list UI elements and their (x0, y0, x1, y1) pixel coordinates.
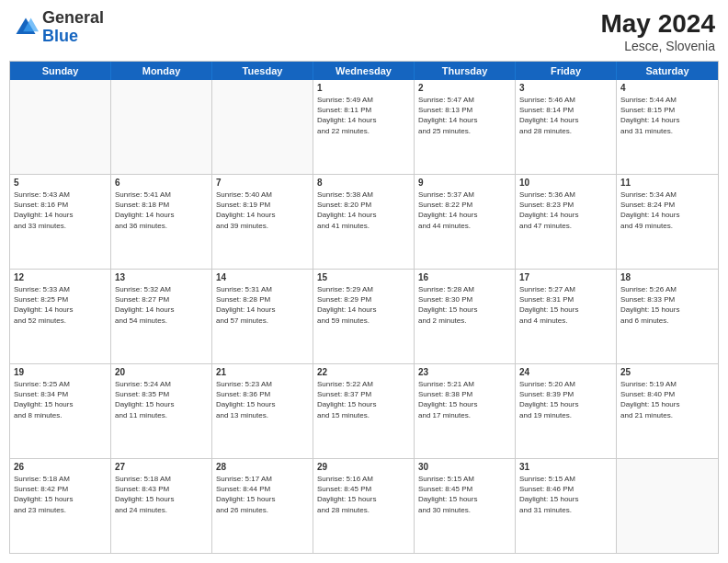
day-info: Sunrise: 5:36 AM Sunset: 8:23 PM Dayligh… (519, 190, 612, 231)
day-number: 12 (14, 272, 107, 282)
day-number: 16 (418, 272, 511, 282)
day-cell-20: 20Sunrise: 5:24 AM Sunset: 8:35 PM Dayli… (111, 364, 212, 458)
day-cell-26: 26Sunrise: 5:18 AM Sunset: 8:42 PM Dayli… (10, 459, 111, 553)
day-number: 17 (519, 272, 612, 282)
day-cell-17: 17Sunrise: 5:27 AM Sunset: 8:31 PM Dayli… (516, 270, 617, 363)
day-number: 20 (115, 367, 208, 377)
day-cell-28: 28Sunrise: 5:17 AM Sunset: 8:44 PM Dayli… (212, 459, 313, 553)
week-row-4: 19Sunrise: 5:25 AM Sunset: 8:34 PM Dayli… (10, 364, 718, 459)
day-info: Sunrise: 5:26 AM Sunset: 8:33 PM Dayligh… (620, 284, 714, 326)
week-row-2: 5Sunrise: 5:43 AM Sunset: 8:16 PM Daylig… (10, 175, 718, 270)
day-cell-24: 24Sunrise: 5:20 AM Sunset: 8:39 PM Dayli… (516, 364, 617, 458)
day-info: Sunrise: 5:19 AM Sunset: 8:40 PM Dayligh… (620, 379, 714, 420)
day-number: 31 (519, 462, 612, 472)
day-cell-14: 14Sunrise: 5:31 AM Sunset: 8:28 PM Dayli… (212, 270, 313, 363)
day-number: 19 (14, 367, 107, 377)
day-cell-23: 23Sunrise: 5:21 AM Sunset: 8:38 PM Dayli… (415, 364, 516, 458)
day-cell-16: 16Sunrise: 5:28 AM Sunset: 8:30 PM Dayli… (415, 270, 516, 363)
day-info: Sunrise: 5:18 AM Sunset: 8:43 PM Dayligh… (115, 474, 208, 515)
day-number: 8 (317, 178, 410, 188)
day-info: Sunrise: 5:24 AM Sunset: 8:35 PM Dayligh… (115, 379, 208, 420)
day-cell-2: 2Sunrise: 5:47 AM Sunset: 8:13 PM Daylig… (415, 80, 516, 174)
day-cell-27: 27Sunrise: 5:18 AM Sunset: 8:43 PM Dayli… (111, 459, 212, 553)
empty-cell (10, 80, 111, 174)
title-block: May 2024 Lesce, Slovenia (600, 9, 715, 53)
day-number: 2 (418, 83, 511, 93)
week-row-5: 26Sunrise: 5:18 AM Sunset: 8:42 PM Dayli… (10, 459, 718, 553)
day-number: 24 (519, 367, 612, 377)
day-number: 15 (317, 272, 410, 282)
day-info: Sunrise: 5:29 AM Sunset: 8:29 PM Dayligh… (317, 284, 410, 326)
day-info: Sunrise: 5:15 AM Sunset: 8:46 PM Dayligh… (519, 474, 612, 515)
logo-icon (13, 15, 39, 40)
day-cell-3: 3Sunrise: 5:46 AM Sunset: 8:14 PM Daylig… (516, 80, 617, 174)
day-number: 22 (317, 367, 410, 377)
day-info: Sunrise: 5:40 AM Sunset: 8:19 PM Dayligh… (216, 190, 309, 231)
day-number: 6 (115, 178, 208, 188)
day-info: Sunrise: 5:43 AM Sunset: 8:16 PM Dayligh… (14, 190, 107, 231)
day-number: 21 (216, 367, 309, 377)
day-number: 4 (620, 83, 714, 93)
header-day-saturday: Saturday (617, 62, 718, 80)
day-info: Sunrise: 5:47 AM Sunset: 8:13 PM Dayligh… (418, 95, 511, 136)
day-cell-19: 19Sunrise: 5:25 AM Sunset: 8:34 PM Dayli… (10, 364, 111, 458)
calendar: SundayMondayTuesdayWednesdayThursdayFrid… (9, 61, 719, 554)
header-day-friday: Friday (516, 62, 617, 80)
logo-blue: Blue (42, 27, 78, 45)
day-number: 9 (418, 178, 511, 188)
day-info: Sunrise: 5:21 AM Sunset: 8:38 PM Dayligh… (418, 379, 511, 420)
header-day-wednesday: Wednesday (313, 62, 415, 80)
day-cell-5: 5Sunrise: 5:43 AM Sunset: 8:16 PM Daylig… (10, 175, 111, 269)
day-info: Sunrise: 5:27 AM Sunset: 8:31 PM Dayligh… (519, 284, 612, 326)
day-info: Sunrise: 5:22 AM Sunset: 8:37 PM Dayligh… (317, 379, 410, 420)
day-number: 3 (519, 83, 612, 93)
day-cell-18: 18Sunrise: 5:26 AM Sunset: 8:33 PM Dayli… (617, 270, 718, 363)
day-info: Sunrise: 5:38 AM Sunset: 8:20 PM Dayligh… (317, 190, 410, 231)
day-info: Sunrise: 5:17 AM Sunset: 8:44 PM Dayligh… (216, 474, 309, 515)
page: General Blue May 2024 Lesce, Slovenia Su… (0, 0, 728, 563)
day-cell-12: 12Sunrise: 5:33 AM Sunset: 8:25 PM Dayli… (10, 270, 111, 363)
month-year: May 2024 (600, 9, 715, 39)
week-row-3: 12Sunrise: 5:33 AM Sunset: 8:25 PM Dayli… (10, 270, 718, 364)
day-cell-29: 29Sunrise: 5:16 AM Sunset: 8:45 PM Dayli… (313, 459, 415, 553)
day-cell-15: 15Sunrise: 5:29 AM Sunset: 8:29 PM Dayli… (313, 270, 415, 363)
empty-cell (111, 80, 212, 174)
day-cell-30: 30Sunrise: 5:15 AM Sunset: 8:45 PM Dayli… (415, 459, 516, 553)
header: General Blue May 2024 Lesce, Slovenia (9, 9, 719, 53)
day-cell-7: 7Sunrise: 5:40 AM Sunset: 8:19 PM Daylig… (212, 175, 313, 269)
day-cell-21: 21Sunrise: 5:23 AM Sunset: 8:36 PM Dayli… (212, 364, 313, 458)
logo: General Blue (13, 9, 104, 46)
day-number: 13 (115, 272, 208, 282)
day-number: 10 (519, 178, 612, 188)
header-day-tuesday: Tuesday (212, 62, 313, 80)
calendar-header-row: SundayMondayTuesdayWednesdayThursdayFrid… (10, 62, 718, 80)
day-number: 23 (418, 367, 511, 377)
day-info: Sunrise: 5:34 AM Sunset: 8:24 PM Dayligh… (620, 190, 714, 231)
day-info: Sunrise: 5:18 AM Sunset: 8:42 PM Dayligh… (14, 474, 107, 515)
week-row-1: 1Sunrise: 5:49 AM Sunset: 8:11 PM Daylig… (10, 80, 718, 175)
day-number: 5 (14, 178, 107, 188)
day-cell-25: 25Sunrise: 5:19 AM Sunset: 8:40 PM Dayli… (617, 364, 718, 458)
day-number: 18 (620, 272, 714, 282)
day-cell-4: 4Sunrise: 5:44 AM Sunset: 8:15 PM Daylig… (617, 80, 718, 174)
empty-cell (617, 459, 718, 553)
empty-cell (212, 80, 313, 174)
day-info: Sunrise: 5:46 AM Sunset: 8:14 PM Dayligh… (519, 95, 612, 136)
day-cell-31: 31Sunrise: 5:15 AM Sunset: 8:46 PM Dayli… (516, 459, 617, 553)
day-number: 14 (216, 272, 309, 282)
day-cell-10: 10Sunrise: 5:36 AM Sunset: 8:23 PM Dayli… (516, 175, 617, 269)
day-cell-9: 9Sunrise: 5:37 AM Sunset: 8:22 PM Daylig… (415, 175, 516, 269)
location: Lesce, Slovenia (600, 39, 715, 53)
header-day-monday: Monday (111, 62, 212, 80)
day-cell-22: 22Sunrise: 5:22 AM Sunset: 8:37 PM Dayli… (313, 364, 415, 458)
day-info: Sunrise: 5:32 AM Sunset: 8:27 PM Dayligh… (115, 284, 208, 326)
day-number: 11 (620, 178, 714, 188)
day-number: 1 (317, 83, 410, 93)
day-info: Sunrise: 5:33 AM Sunset: 8:25 PM Dayligh… (14, 284, 107, 326)
header-day-thursday: Thursday (415, 62, 516, 80)
day-number: 28 (216, 462, 309, 472)
day-number: 27 (115, 462, 208, 472)
day-number: 29 (317, 462, 410, 472)
day-info: Sunrise: 5:31 AM Sunset: 8:28 PM Dayligh… (216, 284, 309, 326)
day-info: Sunrise: 5:44 AM Sunset: 8:15 PM Dayligh… (620, 95, 714, 136)
